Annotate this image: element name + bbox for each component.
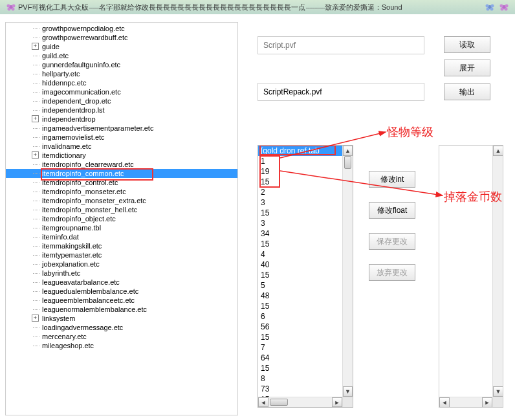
list-item[interactable]: [gold dron ref tab	[258, 146, 342, 156]
list-item[interactable]: 15	[258, 270, 342, 280]
tree-connector-icon	[33, 137, 39, 138]
list-item[interactable]: 40	[258, 260, 342, 270]
tree-item[interactable]: +guide	[6, 42, 237, 51]
tree-item[interactable]: jobexplanation.etc	[6, 260, 237, 269]
scroll-up-icon[interactable]: ▲	[343, 146, 353, 156]
scroll-left-icon[interactable]: ◄	[258, 397, 268, 407]
tree-item[interactable]: itemdropinfo_control.etc	[6, 178, 237, 187]
expand-icon[interactable]: +	[32, 115, 39, 122]
expand-icon[interactable]: +	[32, 315, 39, 322]
list-item[interactable]: 7	[258, 342, 342, 353]
read-button[interactable]: 读取	[444, 36, 490, 53]
horizontal-scrollbar[interactable]: ◄ ►	[439, 397, 492, 407]
tree-item[interactable]: itemgroupname.tbl	[6, 223, 237, 232]
list-item[interactable]: 15	[258, 239, 342, 249]
vertical-scrollbar[interactable]: ▲ ▼	[342, 146, 353, 397]
list-item[interactable]: 15	[258, 208, 342, 218]
modify-float-button[interactable]: 修改float	[369, 202, 415, 219]
list-item[interactable]: 1	[258, 156, 342, 166]
scroll-down-icon[interactable]: ▼	[343, 386, 353, 397]
list-item[interactable]: 15	[258, 332, 342, 342]
tree-item[interactable]: leagueavatarbalance.etc	[6, 278, 237, 287]
tree-item[interactable]: guild.etc	[6, 51, 237, 60]
scroll-down-icon[interactable]: ▼	[493, 386, 503, 397]
tree-connector-icon	[33, 110, 39, 111]
output-textarea[interactable]: ▲ ▼ ◄ ►	[439, 145, 503, 408]
tree-item[interactable]: loadingadvermessage.etc	[6, 323, 237, 332]
horizontal-scrollbar[interactable]: ◄ ►	[258, 397, 342, 407]
list-item[interactable]: 15	[258, 363, 342, 373]
tree-connector-icon	[33, 300, 39, 301]
list-item[interactable]: 15	[258, 301, 342, 311]
tree-item[interactable]: ingameadvertisementparameter.etc	[6, 124, 237, 133]
tree-item[interactable]: itemdropinfo_monseter_extra.etc	[6, 196, 237, 205]
list-item[interactable]: 48	[258, 291, 342, 301]
tree-item[interactable]: +independentdrop	[6, 115, 237, 124]
list-item[interactable]: 64	[258, 353, 342, 363]
tree-item[interactable]: iteminfo.dat	[6, 232, 237, 241]
tree-item[interactable]: gunnerdefaultguninfo.etc	[6, 60, 237, 69]
tree-connector-icon	[33, 210, 39, 210]
tree-item[interactable]: itemdropinfo_monseter.etc	[6, 187, 237, 196]
scroll-thumb[interactable]	[270, 399, 288, 406]
tree-item[interactable]: itemdropinfo_object.etc	[6, 214, 237, 223]
tree-item[interactable]: growthpowerrewardbuff.etc	[6, 33, 237, 42]
tree-item[interactable]: itemmakingskill.etc	[6, 241, 237, 250]
tree-item[interactable]: growthpowernpcdialog.etc	[6, 24, 237, 33]
scroll-up-icon[interactable]: ▲	[493, 146, 503, 156]
list-item[interactable]: 19	[258, 166, 342, 177]
save-changes-button[interactable]: 保存更改	[369, 233, 415, 250]
list-item[interactable]: 3	[258, 197, 342, 208]
list-item[interactable]: 56	[258, 322, 342, 332]
tree-item-label: gunnerdefaultguninfo.etc	[42, 61, 120, 69]
tree-item[interactable]: +itemdictionary	[6, 151, 237, 160]
file-tree-panel[interactable]: growthpowernpcdialog.etcgrowthpowerrewar…	[5, 22, 238, 415]
tree-item[interactable]: itemdropinfo_clearreward.etc	[6, 160, 237, 169]
tree-connector-icon	[33, 255, 39, 256]
tree-item[interactable]: itemdropinfo_common.etc	[6, 169, 237, 178]
list-item[interactable]: 2	[258, 187, 342, 197]
tree-item[interactable]: +linksystem	[6, 314, 237, 323]
expand-icon[interactable]: +	[32, 151, 39, 159]
modify-int-button[interactable]: 修改int	[369, 171, 415, 188]
expand-button[interactable]: 展开	[444, 60, 490, 76]
list-item[interactable]: 5	[258, 280, 342, 291]
tree-item[interactable]: hiddennpc.etc	[6, 78, 237, 87]
tree-item[interactable]: hellparty.etc	[6, 69, 237, 78]
list-item[interactable]: 8	[258, 373, 342, 384]
list-item[interactable]: 34	[258, 228, 342, 239]
list-item[interactable]: 15	[258, 177, 342, 187]
scroll-left-icon[interactable]: ◄	[439, 397, 450, 408]
list-item[interactable]: 73	[258, 384, 342, 394]
tree-item[interactable]: leaguedualemblembalance.etc	[6, 287, 237, 296]
tree-item[interactable]: mercenary.etc	[6, 332, 237, 341]
tree-item-label: hellparty.etc	[42, 70, 80, 78]
discard-changes-button[interactable]: 放弃更改	[369, 264, 415, 281]
tree-item[interactable]: labyrinth.etc	[6, 269, 237, 278]
tree-item[interactable]: independent_drop.etc	[6, 96, 237, 105]
output-button[interactable]: 输出	[444, 83, 490, 100]
tree-item[interactable]: leagueemblembalanceetc.etc	[6, 296, 237, 305]
tree-item-label: independent_drop.etc	[42, 97, 111, 105]
list-item[interactable]: 4	[258, 249, 342, 260]
tree-item[interactable]: invalidname.etc	[6, 142, 237, 151]
tree-item[interactable]: itemdropinfo_monster_hell.etc	[6, 205, 237, 214]
tree-item[interactable]: imagecommunication.etc	[6, 87, 237, 96]
tree-item[interactable]: ingamemovielist.etc	[6, 133, 237, 142]
list-item[interactable]: 3	[258, 218, 342, 228]
expand-icon[interactable]: +	[32, 43, 39, 50]
data-listbox[interactable]: [gold dron ref tab1191523153341544015548…	[258, 145, 353, 408]
scroll-right-icon[interactable]: ►	[482, 397, 492, 408]
vertical-scrollbar[interactable]: ▲ ▼	[492, 146, 503, 397]
script-repack-input[interactable]	[258, 83, 424, 101]
tree-item[interactable]: mileageshop.etc	[6, 341, 237, 350]
tree-item-label: ingameadvertisementparameter.etc	[42, 124, 153, 132]
tree-item[interactable]: independentdrop.lst	[6, 105, 237, 115]
tree-item[interactable]: itemtypemaster.etc	[6, 250, 237, 260]
script-source-input[interactable]	[258, 36, 424, 54]
list-item[interactable]: 6	[258, 311, 342, 322]
scroll-right-icon[interactable]: ►	[332, 397, 342, 407]
scroll-thumb[interactable]	[344, 156, 351, 169]
scroll-corner	[342, 397, 353, 407]
tree-item[interactable]: leaguenormalemblembalance.etc	[6, 305, 237, 314]
